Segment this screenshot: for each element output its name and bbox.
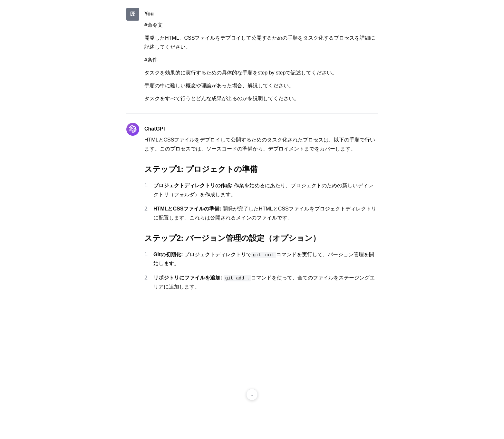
- step2-heading: ステップ2: バージョン管理の設定（オプション）: [144, 231, 378, 245]
- step1-item-1-label: プロジェクトディレクトリの作成:: [153, 183, 232, 188]
- user-condition3: タスクをすべて行うとどんな成果が出るのかを説明してください。: [144, 94, 378, 103]
- step1-item-2: HTMLとCSSファイルの準備: 開発が完了したHTMLとCSSファイルをプロジ…: [144, 204, 378, 222]
- step2-item-1-content: Gitの初期化: プロジェクトディレクトリでgit initコマンドを実行して、…: [153, 250, 378, 268]
- chatgpt-message-block: ChatGPT HTMLとCSSファイルをデプロイして公開するためのタスク化され…: [126, 123, 378, 297]
- user-sender-name: You: [144, 10, 378, 18]
- user-message-content: You #命令文 開発したHTML、CSSファイルをデプロイして公開するための手…: [144, 8, 378, 103]
- user-message-text: #命令文 開発したHTML、CSSファイルをデプロイして公開するための手順をタス…: [144, 21, 378, 103]
- step2-item-1-label: Gitの初期化:: [153, 252, 183, 257]
- step1-item-1: プロジェクトディレクトリの作成: 作業を始めるにあたり、プロジェクトのための新し…: [144, 181, 378, 199]
- chatgpt-message-text: HTMLとCSSファイルをデプロイして公開するためのタスク化されたプロセスは、以…: [144, 135, 378, 291]
- user-avatar-label: 匠: [130, 10, 135, 18]
- step2-item-1-text: プロジェクトディレクトリでgit initコマンドを実行して、バージョン管理を開…: [153, 252, 374, 266]
- chatgpt-intro: HTMLとCSSファイルをデプロイして公開するためのタスク化されたプロセスは、以…: [144, 135, 378, 153]
- git-init-code: git init: [251, 252, 276, 258]
- step1-heading: ステップ1: プロジェクトの準備: [144, 162, 378, 176]
- user-condition-heading: #条件: [144, 55, 378, 64]
- step1-item-2-label: HTMLとCSSファイルの準備:: [153, 206, 221, 211]
- step2-item-2: リポジトリにファイルを追加: git add .コマンドを使って、全てのファイル…: [144, 273, 378, 291]
- chatgpt-avatar: [126, 123, 139, 136]
- chat-container: 匠 You #命令文 開発したHTML、CSSファイルをデプロイして公開するため…: [113, 0, 391, 315]
- step1-item-1-content: プロジェクトディレクトリの作成: 作業を始めるにあたり、プロジェクトのための新し…: [153, 181, 378, 199]
- user-avatar: 匠: [126, 8, 139, 21]
- user-condition2: 手順の中に難しい概念や理論があった場合、解説してください。: [144, 81, 378, 90]
- git-add-code: git add .: [224, 275, 251, 281]
- user-message-heading: #命令文: [144, 21, 378, 30]
- user-message-body1: 開発したHTML、CSSファイルをデプロイして公開するための手順をタスク化するプ…: [144, 34, 378, 52]
- step1-item-2-content: HTMLとCSSファイルの準備: 開発が完了したHTMLとCSSファイルをプロジ…: [153, 204, 378, 222]
- step2-item-2-content: リポジトリにファイルを追加: git add .コマンドを使って、全てのファイル…: [153, 273, 378, 291]
- user-condition1: タスクを効果的に実行するための具体的な手順をstep by stepで記述してく…: [144, 68, 378, 77]
- chatgpt-message-content: ChatGPT HTMLとCSSファイルをデプロイして公開するためのタスク化され…: [144, 123, 378, 297]
- step1-list: プロジェクトディレクトリの作成: 作業を始めるにあたり、プロジェクトのための新し…: [144, 181, 378, 222]
- step2-item-2-label: リポジトリにファイルを追加:: [153, 275, 222, 280]
- user-message-block: 匠 You #命令文 開発したHTML、CSSファイルをデプロイして公開するため…: [126, 8, 378, 103]
- step2-list: Gitの初期化: プロジェクトディレクトリでgit initコマンドを実行して、…: [144, 250, 378, 291]
- chatgpt-icon: [129, 125, 137, 133]
- chatgpt-sender-name: ChatGPT: [144, 125, 378, 133]
- message-divider: [126, 113, 378, 114]
- step2-item-1: Gitの初期化: プロジェクトディレクトリでgit initコマンドを実行して、…: [144, 250, 378, 268]
